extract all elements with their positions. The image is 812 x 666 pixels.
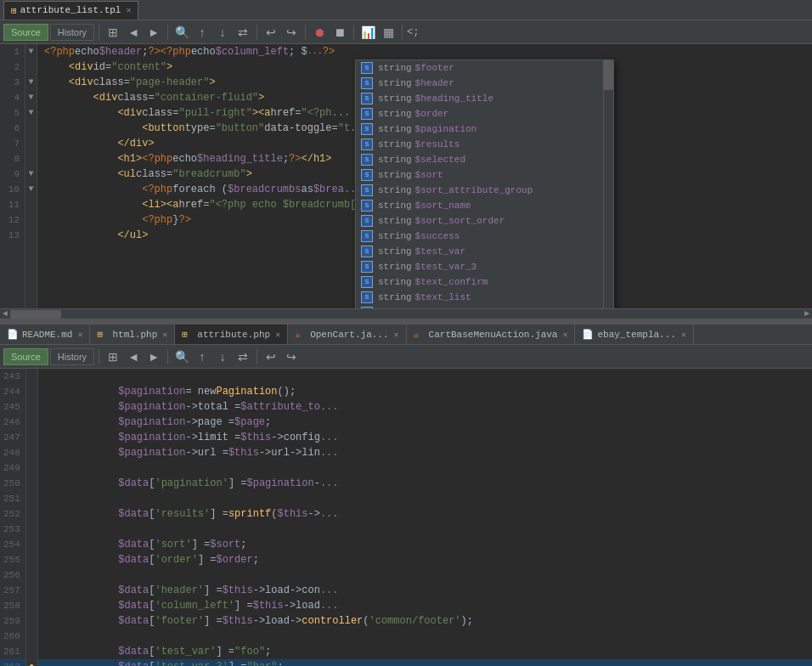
- tab-ebay[interactable]: 📄 ebay_templa... ✕: [575, 325, 693, 345]
- bline-252: $data [ 'results' ] = sprintf ( $this ->…: [38, 506, 812, 522]
- ac-item-sort[interactable]: s string $sort: [356, 167, 613, 183]
- ac-item-sort-attribute-group[interactable]: s string $sort_attribute_group: [356, 183, 613, 198]
- bottom-editor-area: 243 244 245 246 247 248 249 250 251 252 …: [0, 369, 812, 666]
- autocomplete-dropdown[interactable]: s string $footer s string $header s stri…: [355, 59, 614, 308]
- search-btn[interactable]: 🔍: [172, 23, 191, 42]
- bottom-panel: Source History ⊞ ◄ ► 🔍 ↑ ↓ ⇄ ↩ ↪ 243 244…: [0, 345, 812, 666]
- tab-attribute-list-tpl[interactable]: ⊞ attribute_list.tpl ✕: [3, 1, 138, 20]
- bar-btn[interactable]: ▦: [379, 23, 398, 42]
- stop-btn[interactable]: ⏹: [330, 23, 349, 42]
- tab-readme[interactable]: 📄 README.md ✕: [0, 325, 90, 345]
- top-editor-panel: 1 2 3 4 5 6 7 8 9 10 11 12 13 ▼ ▼ ▼ ▼ ▼ …: [0, 44, 812, 320]
- chart-btn[interactable]: 📊: [358, 23, 377, 42]
- ac-item-header[interactable]: s string $header: [356, 76, 613, 91]
- bredo-btn[interactable]: ↪: [282, 347, 301, 366]
- ac-item-text-no-results[interactable]: s string $text_no_results: [356, 305, 613, 308]
- bline-259: $data [ 'footer' ] = $this ->load-> cont…: [38, 613, 812, 629]
- tab-cartbase[interactable]: ☕ CartBaseMenuAction.java ✕: [407, 325, 576, 345]
- tab-label-html: html.php: [112, 330, 157, 340]
- fwd-btn[interactable]: ►: [144, 23, 163, 42]
- tab-label-opencart: OpenCart.ja...: [310, 330, 388, 340]
- ac-item-footer[interactable]: s string $footer: [356, 60, 613, 76]
- ac-item-results[interactable]: s string $results: [356, 137, 613, 152]
- top-h-scrollbar[interactable]: ◄ ►: [0, 308, 812, 319]
- bundo-btn[interactable]: ↩: [262, 347, 280, 366]
- tab-close-readme[interactable]: ✕: [77, 330, 82, 340]
- opencart-icon: ☕: [295, 329, 307, 341]
- tab-close-cartbase[interactable]: ✕: [562, 330, 567, 340]
- sep6: [402, 25, 403, 40]
- run-btn[interactable]: ⏺: [310, 23, 329, 42]
- ac-item-heading-title[interactable]: s string $heading_title: [356, 91, 613, 106]
- attribute-php-icon: ⊞: [182, 329, 194, 341]
- replace-btn[interactable]: ⇄: [234, 23, 252, 42]
- tab-label-ebay: ebay_templa...: [597, 330, 675, 340]
- tab-close-ebay[interactable]: ✕: [681, 330, 686, 340]
- bback-btn[interactable]: ◄: [124, 347, 143, 366]
- ln8: 8: [0, 151, 25, 166]
- bbrowse-btn[interactable]: ⊞: [104, 347, 122, 366]
- bsep1: [99, 349, 99, 364]
- tab-label-attribute-php: attribute.php: [197, 330, 270, 340]
- back-btn[interactable]: ◄: [124, 23, 143, 42]
- ac-item-text-list[interactable]: s string $text_list: [356, 290, 613, 305]
- ac-item-selected[interactable]: s string $selected: [356, 152, 613, 167]
- search-prev[interactable]: ↑: [193, 23, 211, 42]
- ln5: 5: [0, 105, 25, 121]
- bfwd-btn[interactable]: ►: [144, 347, 163, 366]
- bsearch-btn[interactable]: 🔍: [172, 347, 191, 366]
- redo-btn[interactable]: ↪: [282, 23, 301, 42]
- ac-item-sort-name[interactable]: s string $sort_name: [356, 198, 613, 213]
- history-btn[interactable]: History: [50, 24, 94, 41]
- search-next[interactable]: ↓: [213, 23, 232, 42]
- tab-label-readme: README.md: [22, 330, 72, 340]
- ac-type-icon: s: [361, 62, 373, 74]
- h-scrollbar-thumb[interactable]: [10, 310, 61, 319]
- bline-246: $pagination ->page = $page ;: [38, 415, 812, 430]
- scroll-right-arrow[interactable]: ►: [802, 309, 812, 319]
- bottom-line-numbers: 243 244 245 246 247 248 249 250 251 252 …: [0, 369, 26, 666]
- tab-opencart[interactable]: ☕ OpenCart.ja... ✕: [288, 325, 406, 345]
- browse-btn[interactable]: ⊞: [104, 23, 122, 42]
- code-line-1: <?php echo $header ; ?> <?php echo $colu…: [37, 44, 812, 59]
- bline-261: $data [ 'test_var' ] = "foo" ;: [38, 644, 812, 659]
- ln9: 9: [0, 166, 25, 182]
- ac-item-success[interactable]: s string $success: [356, 229, 613, 244]
- bline-260: [38, 629, 812, 644]
- scroll-left-arrow[interactable]: ◄: [0, 309, 10, 319]
- ac-item-sort-sort-order[interactable]: s string $sort_sort_order: [356, 213, 613, 229]
- undo-btn[interactable]: ↩: [262, 23, 280, 42]
- bline-255: $data [ 'order' ] = $order ;: [38, 552, 812, 567]
- bottom-fold-col: ●: [26, 369, 38, 666]
- zoom-indicator: <;: [407, 26, 419, 38]
- tab-attribute-php[interactable]: ⊞ attribute.php ✕: [175, 325, 288, 345]
- bsearch-prev[interactable]: ↑: [193, 347, 211, 366]
- bottom-history-btn[interactable]: History: [50, 348, 94, 365]
- ac-item-order[interactable]: s string $order: [356, 106, 613, 121]
- ln1: 1: [0, 44, 25, 59]
- ln13: 13: [0, 228, 25, 243]
- top-tab-bar: ⊞ attribute_list.tpl ✕: [0, 0, 812, 20]
- tab-html[interactable]: ⊞ html.php ✕: [90, 325, 175, 345]
- ln3: 3: [0, 75, 25, 90]
- ac-item-text-confirm[interactable]: s string $text_confirm: [356, 274, 613, 290]
- ac-item-pagination[interactable]: s string $pagination: [356, 121, 613, 137]
- bottom-code-content[interactable]: $pagination = new Pagination (); $pagina…: [38, 369, 812, 666]
- bline-250: $data [ 'pagination' ] = $pagination - .…: [38, 476, 812, 491]
- ac-item-test-var-3[interactable]: s string $test_var_3: [356, 259, 613, 274]
- tab-close-btn[interactable]: ✕: [126, 5, 131, 15]
- html-icon: ⊞: [97, 329, 109, 341]
- sep1: [99, 25, 99, 40]
- tab-close-attribute-php[interactable]: ✕: [275, 330, 280, 340]
- ln12: 12: [0, 212, 25, 228]
- tab-close-opencart[interactable]: ✕: [394, 330, 399, 340]
- top-fold-col: ▼ ▼ ▼ ▼ ▼ ▼: [25, 44, 37, 308]
- bline-258: $data [ 'column_left' ] = $this ->load .…: [38, 598, 812, 613]
- tab-close-html[interactable]: ✕: [162, 330, 167, 340]
- bottom-source-btn[interactable]: Source: [3, 348, 48, 365]
- sep5: [353, 25, 354, 40]
- ac-item-test-var[interactable]: s string $test_var: [356, 244, 613, 259]
- source-btn[interactable]: Source: [3, 24, 48, 41]
- breplace-btn[interactable]: ⇄: [234, 347, 252, 366]
- bsearch-next[interactable]: ↓: [213, 347, 232, 366]
